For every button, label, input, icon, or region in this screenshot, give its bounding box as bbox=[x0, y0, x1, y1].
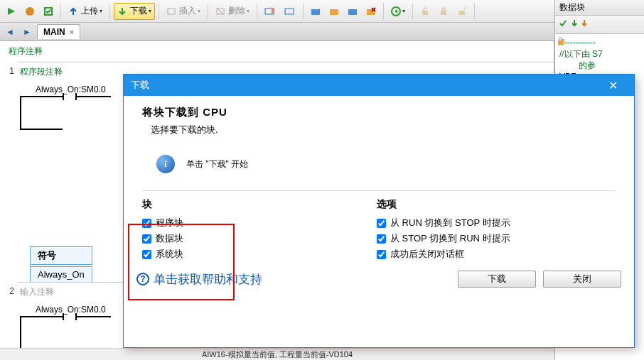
upload-label: 上传 bbox=[81, 5, 98, 17]
lock-icon bbox=[557, 37, 565, 48]
delete-button: 删除▾ bbox=[212, 3, 253, 20]
svg-point-1 bbox=[26, 7, 34, 16]
right-panel-toolbar bbox=[555, 16, 644, 34]
always-on-1: Always_On:SM0.0 bbox=[36, 84, 106, 94]
tool-icon-1[interactable] bbox=[261, 3, 279, 20]
program-comment: 程序注释 bbox=[9, 46, 43, 56]
right-panel-title: 数据块 bbox=[555, 0, 644, 16]
compile-button[interactable] bbox=[40, 3, 57, 20]
svg-line-5 bbox=[218, 9, 223, 14]
svg-text:+: + bbox=[463, 6, 467, 11]
status-bar: AIW16-模拟量当前值, 工程量当前值-VD104 bbox=[0, 348, 554, 360]
tab-main[interactable]: MAIN × bbox=[37, 24, 80, 39]
blocks-heading: 块 bbox=[142, 198, 263, 211]
tool-icon-2[interactable] bbox=[281, 3, 299, 20]
download-button[interactable]: 下载 ▾ bbox=[114, 3, 155, 20]
svg-rect-8 bbox=[311, 9, 320, 15]
download-confirm-button[interactable]: 下载 bbox=[458, 271, 536, 288]
toolbar: 上传 ▾ 下载 ▾ 插入▾ 删除▾ ▾ + bbox=[0, 0, 644, 23]
close-button[interactable]: 关闭 bbox=[543, 271, 621, 288]
lock-icon bbox=[435, 3, 452, 20]
tab-next[interactable]: ► bbox=[20, 25, 34, 39]
down-orange-icon[interactable] bbox=[581, 18, 588, 31]
checkbox-stop-to-run[interactable]: 从 STOP 切换到 RUN 时提示 bbox=[377, 232, 510, 245]
row-number-1: 1 bbox=[3, 66, 14, 76]
svg-rect-9 bbox=[330, 9, 338, 15]
options-heading: 选项 bbox=[377, 198, 510, 211]
upload-button[interactable]: 上传 ▾ bbox=[65, 3, 106, 20]
symbol-header: 符号 bbox=[30, 246, 92, 265]
dialog-subheading: 选择要下载的块. bbox=[151, 124, 616, 136]
svg-rect-16 bbox=[441, 11, 446, 15]
info-icon: i bbox=[156, 155, 175, 173]
always-on-2: Always_On:SM0.0 bbox=[36, 305, 106, 315]
help-icon: ? bbox=[136, 273, 149, 285]
lock-open-icon bbox=[417, 3, 434, 20]
check-icon[interactable] bbox=[558, 18, 568, 31]
row-number-2: 2 bbox=[3, 286, 14, 296]
checkbox-program-block[interactable]: 程序块 bbox=[142, 217, 263, 229]
close-icon[interactable]: × bbox=[70, 28, 74, 36]
tool-folder-x[interactable] bbox=[363, 3, 380, 20]
svg-rect-3 bbox=[168, 9, 175, 14]
lock-add-icon: + bbox=[454, 3, 471, 20]
svg-rect-7 bbox=[285, 9, 294, 14]
tool-folder-1[interactable] bbox=[307, 3, 324, 20]
help-link[interactable]: ? 单击获取帮助和支持 bbox=[136, 271, 262, 288]
svg-rect-15 bbox=[422, 11, 428, 15]
symbol-value[interactable]: Always_On bbox=[30, 266, 92, 283]
tool-nav[interactable]: ▾ bbox=[387, 3, 409, 20]
tool-folder-2[interactable] bbox=[326, 3, 343, 20]
input-comment: 输入注释 bbox=[20, 286, 54, 298]
checkbox-close-on-success[interactable]: 成功后关闭对话框 bbox=[377, 248, 510, 261]
download-dialog: 下载 ✕ 将块下载到 CPU 选择要下载的块. i 单击 "下载" 开始 块 程… bbox=[123, 74, 635, 348]
checkbox-run-to-stop[interactable]: 从 RUN 切换到 STOP 时提示 bbox=[377, 217, 510, 229]
checkbox-system-block[interactable]: 系统块 bbox=[142, 248, 263, 261]
download-label: 下载 bbox=[130, 5, 147, 17]
segment-comment: 程序段注释 bbox=[20, 66, 63, 78]
checkbox-data-block[interactable]: 数据块 bbox=[142, 232, 263, 245]
tab-prev[interactable]: ◄ bbox=[3, 25, 17, 39]
dialog-close-button[interactable]: ✕ bbox=[599, 79, 627, 92]
svg-rect-10 bbox=[348, 9, 357, 15]
tab-label: MAIN bbox=[43, 27, 65, 37]
symbol-table: 符号 Always_On bbox=[28, 245, 94, 284]
dialog-heading: 将块下载到 CPU bbox=[142, 106, 616, 119]
tab-bar: ◄ ► MAIN × ▽ bbox=[0, 23, 644, 41]
tool-folder-3[interactable] bbox=[344, 3, 361, 20]
svg-marker-0 bbox=[8, 8, 15, 15]
dialog-titlebar: 下载 ✕ bbox=[124, 75, 634, 96]
insert-button: 插入▾ bbox=[163, 3, 204, 20]
svg-rect-19 bbox=[558, 40, 564, 45]
down-icon[interactable] bbox=[571, 18, 578, 31]
dialog-title: 下载 bbox=[131, 79, 149, 92]
stop-button[interactable] bbox=[21, 3, 38, 20]
run-button[interactable] bbox=[3, 3, 20, 20]
dialog-info-text: 单击 "下载" 开始 bbox=[186, 158, 248, 170]
